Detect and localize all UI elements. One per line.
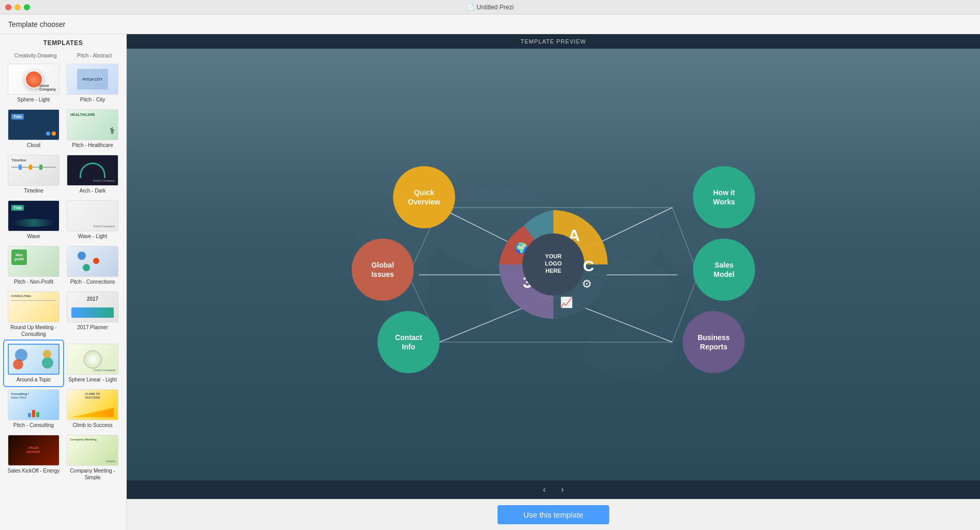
template-item-pitch-nonprofit[interactable]: Nonprofit Pitch - Non-Profit <box>4 243 63 288</box>
template-label-roundup: Round Up Meeting - Consulting <box>6 324 61 337</box>
title-bar: 📄 Untitled Prezi <box>0 0 980 14</box>
template-thumb-arch-dark: Good Company <box>67 155 118 186</box>
template-thumb-company-meeting: Company Meeting Simple <box>67 435 118 466</box>
template-thumb-timeline: Timeline <box>8 155 59 186</box>
template-label-2017-planner: 2017 Planner <box>77 324 108 331</box>
template-item-climb-success[interactable]: CLIMB TO SUCCESS Climb to Success <box>63 386 122 432</box>
satellite-quick-overview: QuickOverview <box>393 166 455 228</box>
template-item-around-topic[interactable]: Around a Topic <box>4 341 63 386</box>
template-item-wave[interactable]: Title Wave <box>4 197 63 243</box>
template-label-wave: Wave <box>27 233 40 240</box>
diagram-container: A ⚙ 📈 3 🌍 YOUR LOGO HERE <box>321 120 786 409</box>
template-thumb-cloud: Title <box>8 109 59 140</box>
template-item-sphere-light[interactable]: GoodCompany Sphere - Light <box>4 61 63 106</box>
template-thumb-sphere-linear: Good Company <box>67 344 118 375</box>
template-grid: GoodCompany Sphere - Light PITCH CITY Pi… <box>0 61 126 484</box>
template-thumb-around-topic <box>8 344 59 375</box>
template-thumb-climb: CLIMB TO SUCCESS <box>67 389 118 420</box>
template-label-pitch-healthcare: Pitch - Healthcare <box>72 142 113 149</box>
template-thumb-sales-kickoff: SALESKICKOFF <box>8 435 59 466</box>
template-thumb-planner: 2017 <box>67 291 118 322</box>
template-label-climb-success: Climb to Success <box>72 422 112 429</box>
template-item-wave-light[interactable]: Good Company Wave - Light <box>63 197 122 243</box>
preview-nav: ‹ › <box>127 480 980 499</box>
template-item-roundup[interactable]: CONSULTING Round Up Meeting - Consulting <box>4 288 63 341</box>
next-arrow[interactable]: › <box>561 485 564 494</box>
svg-text:YOUR: YOUR <box>545 253 562 259</box>
preview-header: TEMPLATE PREVIEW <box>127 34 980 49</box>
satellite-global-issues: GlobalIssues <box>352 239 414 301</box>
window-controls <box>5 4 30 10</box>
svg-text:📈: 📈 <box>560 296 573 308</box>
template-label-sphere-linear: Sphere Linear - Light <box>68 376 116 383</box>
template-thumb-pitch-healthcare: HEALTHCARE ⚕ <box>67 109 118 140</box>
template-item-pitch-consulting[interactable]: Consulting / Sales Pitch Pitch - Consult… <box>4 386 63 432</box>
template-item-arch-dark[interactable]: Good Company Arch - Dark <box>63 152 122 197</box>
svg-text:LOGO: LOGO <box>545 260 562 267</box>
satellite-how-it-works: How itWorks <box>693 166 755 228</box>
template-label-pitch-nonprofit: Pitch - Non-Profit <box>14 278 53 285</box>
template-thumb-wave: Title <box>8 200 59 231</box>
template-item-company-meeting[interactable]: Company Meeting Simple Company Meeting -… <box>63 432 122 484</box>
template-label-arch-dark: Arch - Dark <box>80 187 106 194</box>
button-area: Use this template <box>127 499 980 530</box>
template-label-timeline: Timeline <box>24 187 43 194</box>
close-button[interactable] <box>5 4 11 10</box>
template-thumb-sphere-light: GoodCompany <box>8 64 59 95</box>
prev-arrow[interactable]: ‹ <box>543 485 546 494</box>
preview-area: TEMPLATE PREVIEW <box>127 34 980 530</box>
template-label-pitch-consulting: Pitch - Consulting <box>13 422 54 429</box>
category-labels: Creativity-Drawing Pitch - Abstract <box>0 51 126 61</box>
template-item-cloud[interactable]: Title Cloud <box>4 106 63 152</box>
template-item-pitch-connections[interactable]: Pitch - Connections <box>63 243 122 288</box>
window-title: 📄 Untitled Prezi <box>466 4 514 11</box>
template-label-pitch-connections: Pitch - Connections <box>70 278 115 285</box>
template-thumb-pitch-city: PITCH CITY <box>67 64 118 95</box>
template-thumb-roundup: CONSULTING <box>8 291 59 322</box>
template-item-pitch-city[interactable]: PITCH CITY Pitch - City <box>63 61 122 106</box>
svg-text:HERE: HERE <box>546 268 562 274</box>
template-label-pitch-city: Pitch - City <box>80 96 105 103</box>
template-thumb-wave-light: Good Company <box>67 200 118 231</box>
template-item-sphere-linear[interactable]: Good Company Sphere Linear - Light <box>63 341 122 386</box>
template-label-cloud: Cloud <box>27 142 40 149</box>
app-header: Template chooser <box>0 14 980 34</box>
app-title: Template chooser <box>8 20 66 28</box>
template-label-around-topic: Around a Topic <box>17 376 51 383</box>
minimize-button[interactable] <box>14 4 21 10</box>
pie-chart: A ⚙ 📈 3 🌍 YOUR LOGO HERE <box>486 197 621 332</box>
template-label-company-meeting: Company Meeting - Simple <box>65 467 120 481</box>
use-template-button[interactable]: Use this template <box>497 505 609 524</box>
template-label-wave-light: Wave - Light <box>78 233 107 240</box>
template-thumb-pitch-consulting: Consulting / Sales Pitch <box>8 389 59 420</box>
template-label-sales-kickoff: Sales KickOff - Energy <box>8 467 59 474</box>
svg-text:⚙: ⚙ <box>582 277 592 290</box>
maximize-button[interactable] <box>24 4 30 10</box>
satellite-business-reports: BusinessReports <box>683 311 745 373</box>
template-thumb-pitch-nonprofit: Nonprofit <box>8 246 59 277</box>
template-item-sales-kickoff[interactable]: SALESKICKOFF Sales KickOff - Energy <box>4 432 63 484</box>
satellite-sales-model: SalesModel <box>693 239 755 301</box>
template-label-sphere-light: Sphere - Light <box>18 96 50 103</box>
template-item-2017-planner[interactable]: 2017 2017 Planner <box>63 288 122 341</box>
sidebar-header: TEMPLATES <box>0 34 126 51</box>
template-thumb-pitch-connections <box>67 246 118 277</box>
template-sidebar: TEMPLATES Creativity-Drawing Pitch - Abs… <box>0 34 127 530</box>
template-item-pitch-healthcare[interactable]: HEALTHCARE ⚕ Pitch - Healthcare <box>63 106 122 152</box>
template-item-timeline[interactable]: Timeline Timeline <box>4 152 63 197</box>
preview-canvas: A ⚙ 📈 3 🌍 YOUR LOGO HERE <box>127 49 980 480</box>
svg-text:C: C <box>583 257 594 274</box>
satellite-contact-info: ContactInfo <box>378 311 440 373</box>
